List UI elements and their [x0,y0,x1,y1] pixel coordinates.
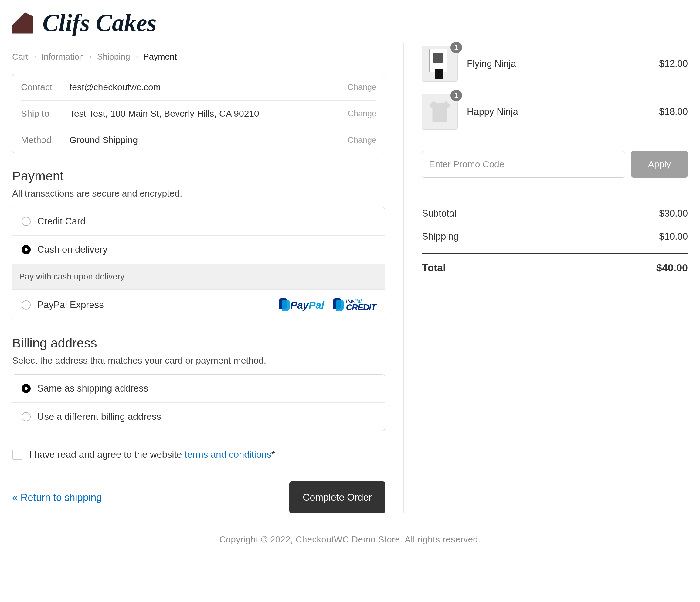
billing-option-same[interactable]: Same as shipping address [12,375,385,403]
apply-promo-button[interactable]: Apply [631,151,688,178]
shipping-label: Shipping [422,231,459,242]
breadcrumb-payment: Payment [143,52,177,62]
review-contact-value: test@checkoutwc.com [70,82,348,92]
billing-option-different[interactable]: Use a different billing address [12,403,385,431]
cart-item-price: $18.00 [659,106,688,117]
breadcrumb-cart[interactable]: Cart [12,52,28,62]
review-method-row: Method Ground Shipping Change [21,127,376,153]
payment-option-label: PayPal Express [38,299,104,310]
cart-item: 1 Flying Ninja $12.00 [422,46,688,82]
total-value: $40.00 [656,262,688,274]
review-shipto-value: Test Test, 100 Main St, Beverly Hills, C… [70,109,348,119]
breadcrumb-shipping[interactable]: Shipping [97,52,130,62]
terms-required: * [271,449,275,460]
return-to-shipping-link[interactable]: « Return to shipping [12,492,102,503]
breadcrumb: Cart › Information › Shipping › Payment [12,52,385,62]
logo-icon [12,13,33,34]
paypal-logos: PayPal PayPal CREDIT [279,298,376,312]
payment-subtitle: All transactions are secure and encrypte… [12,188,385,199]
radio-icon [22,412,31,421]
review-contact-label: Contact [21,82,70,92]
billing-option-label: Use a different billing address [38,411,161,422]
billing-subtitle: Select the address that matches your car… [12,355,385,366]
payment-title: Payment [12,169,385,184]
cart-item-price: $12.00 [659,58,688,69]
terms-checkbox[interactable] [12,450,22,460]
radio-checked-icon [22,384,31,393]
billing-options: Same as shipping address Use a different… [12,374,385,431]
chevron-right-icon: › [136,53,138,61]
quantity-badge: 1 [450,42,462,53]
payment-option-paypal[interactable]: PayPal Express PayPal PayPal CREDIT [12,290,385,320]
radio-checked-icon [22,245,31,254]
complete-order-button[interactable]: Complete Order [289,481,385,513]
paypal-icon: PayPal [279,298,324,312]
brand-name: Clifs Cakes [43,9,157,37]
payment-options: Credit Card Cash on delivery Pay with ca… [12,207,385,320]
terms-prefix: I have read and agree to the website [29,449,184,460]
breadcrumb-information[interactable]: Information [41,52,84,62]
change-contact-link[interactable]: Change [348,82,376,92]
billing-title: Billing address [12,336,385,351]
payment-option-cod-description: Pay with cash upon delivery. [12,264,385,290]
radio-icon [22,300,31,310]
terms-row: I have read and agree to the website ter… [12,449,385,460]
terms-link[interactable]: terms and conditions [184,449,271,460]
footer-copyright: Copyright © 2022, CheckoutWC Demo Store.… [12,535,688,545]
quantity-badge: 1 [450,90,462,101]
header: Clifs Cakes [12,6,688,43]
chevron-right-icon: › [89,53,91,61]
review-method-label: Method [21,135,70,145]
cart-item-name: Flying Ninja [458,58,659,69]
review-method-value: Ground Shipping [70,135,348,145]
payment-option-cod[interactable]: Cash on delivery [12,236,385,264]
total-label: Total [422,262,446,274]
shipping-value: $10.00 [659,231,688,242]
payment-option-credit-card[interactable]: Credit Card [12,208,385,236]
review-box: Contact test@checkoutwc.com Change Ship … [12,74,385,153]
chevron-right-icon: › [34,53,36,61]
paypal-credit-icon: PayPal CREDIT [333,298,376,312]
radio-icon [22,217,31,226]
payment-option-label: Credit Card [38,216,85,227]
review-contact-row: Contact test@checkoutwc.com Change [21,74,376,100]
cart-item: 1 Happy Ninja $18.00 [422,94,688,130]
review-shipto-label: Ship to [21,109,70,119]
review-shipto-row: Ship to Test Test, 100 Main St, Beverly … [21,100,376,127]
terms-text: I have read and agree to the website ter… [29,449,275,460]
billing-option-label: Same as shipping address [38,383,148,394]
subtotal-value: $30.00 [659,208,688,219]
cart-item-name: Happy Ninja [458,106,659,117]
subtotal-label: Subtotal [422,208,456,219]
promo-code-input[interactable] [422,151,625,178]
payment-option-label: Cash on delivery [38,244,107,255]
order-totals: Subtotal $30.00 Shipping $10.00 Total $4… [422,202,688,280]
change-method-link[interactable]: Change [348,136,376,145]
change-shipto-link[interactable]: Change [348,109,376,118]
